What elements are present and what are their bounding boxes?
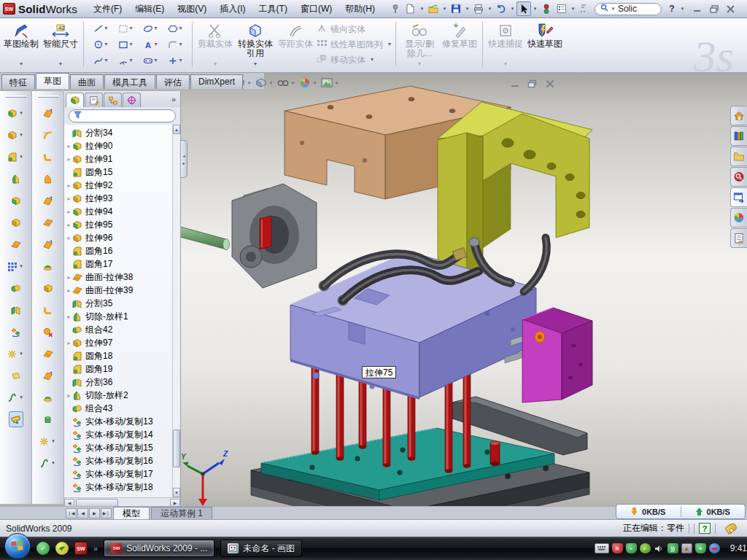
network-green-tray-icon[interactable]: )) — [667, 543, 678, 553]
doc-tab-运动算例 1[interactable]: 运动算例 1 — [151, 507, 212, 519]
prev-tab-button[interactable]: ◀ — [77, 508, 88, 518]
search-input[interactable] — [618, 4, 656, 14]
repair-sketch-button[interactable]: 修复草图 — [440, 20, 479, 69]
tab-特征[interactable]: 特征 — [1, 74, 35, 89]
boundary-surface-button[interactable] — [43, 149, 53, 165]
dropdown-icon[interactable]: ▾ — [419, 6, 425, 12]
lofted-surface-button[interactable] — [43, 171, 53, 187]
taskbar-clock[interactable]: 9:41 — [730, 543, 747, 553]
quick-launch-expand-icon[interactable]: » — [93, 544, 98, 553]
tree-item[interactable]: ▸拉伸97 — [64, 336, 172, 349]
tab-草图[interactable]: 草图 — [36, 73, 69, 89]
line-sketch-button[interactable]: ▾ — [88, 20, 113, 36]
health-shield-plus-tray-icon[interactable]: + — [695, 543, 706, 553]
appearances-scenes-tab[interactable] — [730, 208, 747, 228]
search-dropdown-icon[interactable]: ▾ — [611, 6, 616, 12]
expand-arrow-icon[interactable]: ▸ — [66, 340, 72, 346]
polygon-sketch-button[interactable]: ▾ — [163, 20, 187, 36]
updater-green-tray-icon[interactable]: ✓ — [640, 543, 651, 553]
expand-arrow-icon[interactable]: ▸ — [66, 235, 72, 241]
featuremanager-tab[interactable] — [66, 93, 84, 107]
save-icon[interactable] — [449, 1, 463, 16]
restore-button[interactable] — [707, 3, 721, 15]
menu-item[interactable]: 插入(I) — [214, 1, 251, 18]
dropdown-icon[interactable]: ▾ — [532, 6, 538, 12]
slot-sketch-button[interactable]: ▾ — [138, 52, 163, 69]
arc-sketch-button[interactable]: ▾ — [113, 52, 138, 69]
tree-item[interactable]: 圆角18 — [64, 349, 172, 362]
dropdown-icon[interactable]: ▾ — [464, 6, 471, 12]
rapid-sketch-button[interactable]: 快速草图 — [525, 20, 565, 69]
start-button[interactable] — [4, 533, 31, 559]
expand-arrow-icon[interactable]: ▸ — [66, 156, 72, 163]
plane-button[interactable] — [11, 368, 21, 384]
menu-item[interactable]: 编辑(E) — [129, 1, 170, 18]
expand-arrow-icon[interactable]: ▸ — [66, 392, 72, 399]
tree-item[interactable]: 组合43 — [64, 402, 172, 415]
next-tab-button[interactable]: ▶ — [89, 508, 100, 518]
tree-item[interactable]: ▸切除-放样1 — [64, 310, 172, 323]
menu-item[interactable]: 视图(V) — [171, 1, 212, 18]
tree-item[interactable]: 实体-移动/复制14 — [64, 428, 172, 441]
expand-arrow-icon[interactable]: ▸ — [66, 143, 72, 149]
taskbar-window[interactable]: SWSolidWorks 2009 - ... — [104, 540, 214, 557]
search-box[interactable]: ▾ — [595, 3, 662, 15]
taskbar-window[interactable]: 未命名 - 画图 — [220, 540, 302, 557]
tree-item[interactable]: ▸切除-放样2 — [64, 389, 172, 402]
trim-surface-button[interactable] — [43, 368, 53, 384]
sketch-fillet-sketch-button[interactable]: ▾ — [163, 36, 187, 52]
print-icon[interactable] — [471, 1, 486, 16]
messenger-quicklaunch-icon[interactable]: ✓ — [36, 542, 50, 555]
sketch-button[interactable]: 草图绘制▾ — [1, 20, 41, 69]
expand-arrow-icon[interactable]: ▸ — [66, 222, 72, 228]
wrap-button[interactable] — [11, 236, 21, 252]
doc-tab-模型[interactable]: 模型 — [113, 507, 150, 519]
extruded-cut-button[interactable]: ▾ — [7, 127, 25, 143]
expand-arrow-icon[interactable]: ▸ — [66, 182, 72, 189]
doc-minimize-button[interactable] — [508, 78, 522, 89]
combine-button[interactable] — [11, 280, 21, 296]
options-icon[interactable] — [554, 1, 569, 16]
apply-scene-button[interactable]: ▾ — [321, 77, 340, 88]
shell-button[interactable] — [11, 214, 21, 230]
tree-item[interactable]: 圆角15 — [64, 166, 172, 179]
doc-close-button[interactable] — [543, 78, 557, 89]
scroll-left-button[interactable]: ◀ — [64, 499, 74, 507]
fillet-button[interactable]: ▾ — [7, 149, 25, 165]
quick-snaps-button[interactable]: 快速捕捉▾ — [486, 20, 525, 69]
display-delete-relations-button[interactable]: 显示/删除几...▾ — [399, 20, 440, 69]
panel-splitter[interactable]: ◂▸ — [181, 140, 187, 178]
tree-item[interactable]: 圆角17 — [64, 257, 172, 271]
select-box-sketch-button[interactable]: ▾ — [113, 20, 138, 36]
compatibility-warning-tray-icon[interactable]: ▲ — [681, 543, 692, 553]
expand-arrow-icon[interactable]: ▸ — [66, 209, 72, 215]
dropdown-icon[interactable]: ▾ — [20, 59, 23, 69]
revolved-surface-button[interactable] — [43, 127, 53, 143]
scrollbar-thumb[interactable] — [76, 499, 118, 507]
configurationmanager-tab[interactable] — [104, 93, 122, 107]
draft-button[interactable] — [11, 192, 21, 209]
linear-sketch-pattern-button[interactable]: 线性草图阵列▾ — [317, 39, 391, 51]
rebuild-lights-icon[interactable] — [539, 1, 554, 16]
dropdown-icon[interactable]: ▾ — [441, 6, 448, 12]
spline-sketch-button[interactable]: ▾ — [88, 52, 113, 69]
knit-surface-button[interactable] — [43, 258, 53, 274]
help-button[interactable]: ? — [665, 1, 679, 16]
filled-surface-button[interactable] — [43, 389, 53, 405]
extruded-boss-button[interactable]: ▾ — [7, 105, 25, 121]
tab-模具工具[interactable]: 模具工具 — [104, 74, 155, 89]
expand-arrow-icon[interactable]: ▸ — [66, 287, 72, 294]
mirror-entities-button[interactable]: 镜向实体 — [317, 23, 391, 36]
tree-filter-input[interactable] — [69, 109, 176, 122]
dropdown-icon[interactable]: ▾ — [371, 56, 374, 63]
tree-item[interactable]: ▸拉伸90 — [64, 139, 172, 152]
tree-vertical-scrollbar[interactable]: ▲ ▼ — [172, 125, 180, 497]
tree-item[interactable]: 分割35 — [64, 297, 172, 310]
dropdown-icon[interactable]: ▾ — [254, 59, 257, 69]
tree-item[interactable]: ▸拉伸95 — [64, 218, 172, 231]
language-keyboard-tray-icon[interactable] — [595, 543, 609, 553]
tags-icon[interactable] — [724, 522, 738, 535]
rectangle-sketch-button[interactable]: ▾ — [113, 36, 138, 52]
delete-face-button[interactable] — [43, 324, 53, 340]
undo-icon[interactable] — [494, 1, 508, 16]
